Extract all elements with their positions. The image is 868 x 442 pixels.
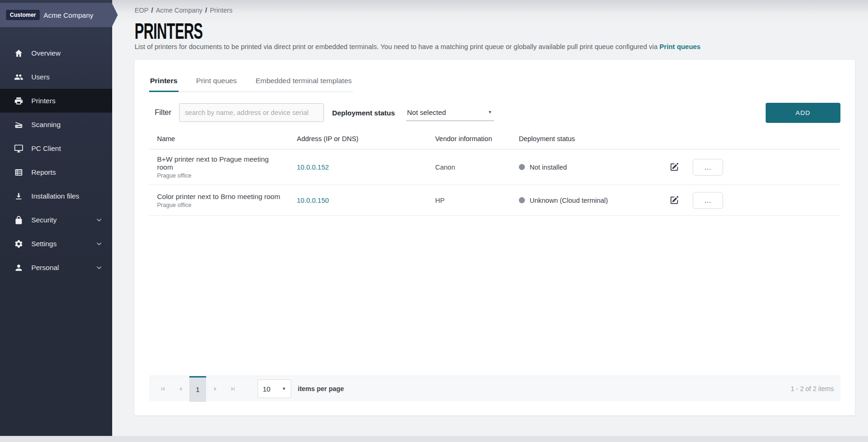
first-page-button[interactable] xyxy=(154,376,172,402)
row-menu-button[interactable]: ... xyxy=(693,159,723,176)
printer-location: Prague office xyxy=(157,172,285,179)
sidebar-item-overview[interactable]: Overview xyxy=(0,41,112,65)
next-page-button[interactable] xyxy=(206,376,224,402)
sidebar-item-pc-client[interactable]: PC Client xyxy=(0,136,112,160)
tab-print-queues[interactable]: Print queues xyxy=(195,72,238,92)
customer-ribbon: Customer Acme Company xyxy=(0,3,118,27)
breadcrumb-separator: / xyxy=(151,7,153,14)
search-input[interactable] xyxy=(179,103,324,122)
sidebar-item-label: Scanning xyxy=(31,121,61,128)
app-window: Customer Acme Company OverviewUsersPrint… xyxy=(0,0,868,442)
column-header-deployment-status: Deployment status xyxy=(511,129,661,150)
customer-name: Acme Company xyxy=(43,11,93,19)
edit-icon xyxy=(669,162,680,172)
tab-embedded-terminal-templates[interactable]: Embedded terminal templates xyxy=(255,72,353,92)
chevron-down-icon xyxy=(95,216,103,224)
breadcrumb-item-printers: Printers xyxy=(210,7,232,14)
printer-address-link[interactable]: 10.0.0.150 xyxy=(297,197,329,204)
sidebar-item-personal[interactable]: Personal xyxy=(0,256,112,279)
breadcrumb-item-acme-company[interactable]: Acme Company xyxy=(156,7,202,14)
main-content: EOP/Acme Company/Printers PRINTERS List … xyxy=(112,0,868,436)
printer-location: Prague office xyxy=(157,202,285,208)
sidebar-item-label: Settings xyxy=(31,240,57,248)
filter-label: Filter xyxy=(155,108,172,117)
sidebar-item-label: Reports xyxy=(31,168,56,176)
breadcrumb-separator: / xyxy=(205,7,207,14)
content-card: PrintersPrint queuesEmbedded terminal te… xyxy=(135,60,855,415)
previous-page-icon xyxy=(177,385,185,393)
printer-vendor: Canon xyxy=(435,164,455,171)
table-row: Color printer next to Brno meeting roomP… xyxy=(149,185,840,216)
column-header-actions xyxy=(661,129,840,150)
sidebar-item-label: Personal xyxy=(31,264,59,271)
deployment-status-value: Not selected xyxy=(407,108,446,116)
page-size-select[interactable]: 10 ▼ xyxy=(258,379,291,398)
sidebar-item-security[interactable]: Security xyxy=(0,208,112,232)
lock-icon xyxy=(14,215,23,225)
caret-down-icon: ▼ xyxy=(282,386,286,391)
monitor-icon xyxy=(14,144,23,153)
sidebar-nav: OverviewUsersPrintersScanningPC ClientRe… xyxy=(0,41,112,279)
status-dot-icon xyxy=(519,197,525,203)
column-header-vendor-information: Vendor information xyxy=(427,129,511,150)
printer-address-link[interactable]: 10.0.0.152 xyxy=(297,164,329,171)
bottom-strip xyxy=(0,436,868,442)
sidebar-item-label: Installation files xyxy=(31,192,79,200)
page-description-text: List of printers for documents to be pri… xyxy=(135,43,660,50)
row-menu-button[interactable]: ... xyxy=(693,192,723,209)
filter-row: Filter Deployment status Not selected ▼ … xyxy=(149,102,840,123)
last-page-icon xyxy=(229,385,237,393)
printer-name: Color printer next to Brno meeting room xyxy=(157,192,285,200)
scanner-icon xyxy=(14,120,23,129)
breadcrumb: EOP/Acme Company/Printers xyxy=(135,7,855,14)
printers-table: NameAddress (IP or DNS)Vendor informatio… xyxy=(149,129,840,216)
table-row: B+W printer next to Prague meeting roomP… xyxy=(149,150,840,185)
deployment-status-value: Not installed xyxy=(530,164,567,171)
gear-icon xyxy=(14,239,23,249)
edit-icon xyxy=(669,195,680,205)
sidebar: Customer Acme Company OverviewUsersPrint… xyxy=(0,0,112,442)
sidebar-item-label: Users xyxy=(31,73,50,81)
sidebar-item-reports[interactable]: Reports xyxy=(0,160,112,184)
table-header-row: NameAddress (IP or DNS)Vendor informatio… xyxy=(149,129,840,150)
reports-icon xyxy=(14,168,23,177)
sidebar-item-label: PC Client xyxy=(31,144,61,152)
edit-printer-button[interactable] xyxy=(669,195,680,206)
add-button[interactable]: ADD xyxy=(766,103,840,123)
sidebar-item-label: Security xyxy=(31,216,57,224)
users-icon xyxy=(14,72,23,82)
printer-vendor: HP xyxy=(435,197,445,204)
sidebar-item-settings[interactable]: Settings xyxy=(0,232,112,256)
chevron-down-icon xyxy=(95,240,103,248)
sidebar-item-printers[interactable]: Printers xyxy=(0,89,112,113)
sidebar-item-users[interactable]: Users xyxy=(0,65,112,89)
tab-bar: PrintersPrint queuesEmbedded terminal te… xyxy=(149,72,353,92)
column-header-name: Name xyxy=(149,129,289,150)
page-title: PRINTERS xyxy=(135,18,855,38)
column-header-address-ip-or-dns: Address (IP or DNS) xyxy=(289,129,427,150)
chevron-down-icon xyxy=(95,264,103,271)
deployment-status-label: Deployment status xyxy=(332,109,395,117)
status-dot-icon xyxy=(519,164,525,170)
first-page-icon xyxy=(159,385,167,393)
breadcrumb-item-eop[interactable]: EOP xyxy=(135,7,149,14)
sidebar-item-scanning[interactable]: Scanning xyxy=(0,113,112,136)
current-page-button[interactable]: 1 xyxy=(189,376,206,402)
home-icon xyxy=(14,49,23,58)
print-queues-link[interactable]: Print queues xyxy=(660,43,701,50)
caret-down-icon: ▼ xyxy=(488,110,492,114)
tab-printers[interactable]: Printers xyxy=(149,72,179,92)
customer-badge: Customer xyxy=(6,10,40,20)
person-icon xyxy=(14,263,23,272)
pagination-bar: 1 10 ▼ items per page 1 - 2 of 2 items xyxy=(149,376,840,401)
printer-name: B+W printer next to Prague meeting room xyxy=(157,155,285,171)
deployment-status-select[interactable]: Not selected ▼ xyxy=(406,105,494,121)
last-page-button[interactable] xyxy=(224,376,242,402)
edit-printer-button[interactable] xyxy=(669,162,680,172)
sidebar-item-label: Printers xyxy=(31,97,56,105)
next-page-icon xyxy=(211,385,219,393)
page-description: List of printers for documents to be pri… xyxy=(135,43,855,50)
sidebar-item-installation-files[interactable]: Installation files xyxy=(0,184,112,208)
sidebar-item-label: Overview xyxy=(31,49,61,57)
previous-page-button[interactable] xyxy=(172,376,189,402)
